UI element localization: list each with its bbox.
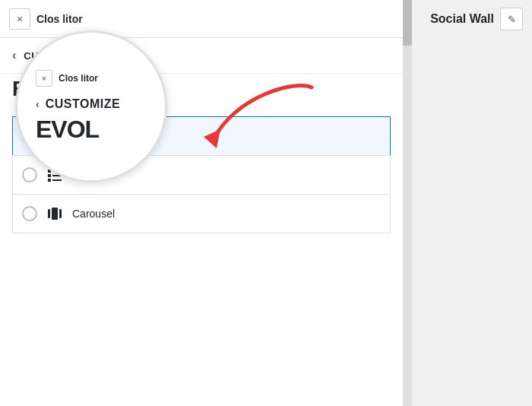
panel-title: Clos litor bbox=[36, 13, 83, 25]
right-panel: Social Wall ✎ bbox=[403, 0, 532, 406]
scrollbar-thumb[interactable] bbox=[403, 0, 412, 46]
social-wall-title: Social Wall bbox=[430, 12, 494, 26]
magnifier-customize-row: ‹ CUSTOMIZE bbox=[36, 97, 147, 111]
edit-icon: ✎ bbox=[508, 14, 516, 25]
carousel-icon bbox=[46, 205, 63, 222]
magnifier-back-icon: ‹ bbox=[36, 98, 40, 110]
magnifier-customize-label: CUSTOMIZE bbox=[46, 97, 120, 111]
carousel-label: Carousel bbox=[72, 208, 115, 220]
svg-rect-8 bbox=[59, 209, 62, 218]
carousel-radio[interactable] bbox=[22, 206, 37, 221]
magnifier-top-bar: × Clos litor bbox=[36, 70, 147, 87]
close-button[interactable]: × bbox=[9, 8, 30, 30]
app-layout: × Clos litor ‹ CUSTOMIZE EVOL bbox=[0, 0, 532, 406]
svg-rect-4 bbox=[48, 179, 51, 182]
edit-button[interactable]: ✎ bbox=[500, 8, 523, 30]
magnifier-overlay: × Clos litor ‹ CUSTOMIZE EVOL bbox=[15, 30, 167, 182]
svg-rect-6 bbox=[48, 209, 50, 218]
scrollbar-track[interactable] bbox=[403, 0, 412, 406]
magnifier-close-icon: × bbox=[42, 74, 46, 83]
list-radio[interactable] bbox=[22, 167, 37, 182]
svg-rect-7 bbox=[52, 208, 58, 220]
close-icon: × bbox=[17, 13, 23, 25]
social-wall-header: Social Wall ✎ bbox=[418, 0, 532, 38]
magnifier-close-button[interactable]: × bbox=[36, 70, 52, 87]
back-icon[interactable]: ‹ bbox=[12, 49, 16, 62]
magnifier-panel-title: Clos litor bbox=[59, 73, 98, 84]
svg-rect-2 bbox=[48, 174, 51, 177]
svg-rect-5 bbox=[52, 179, 62, 181]
top-bar: × Clos litor bbox=[0, 0, 403, 38]
magnifier-partial-text: EVOL bbox=[36, 116, 147, 144]
carousel-option[interactable]: Carousel bbox=[12, 194, 391, 233]
